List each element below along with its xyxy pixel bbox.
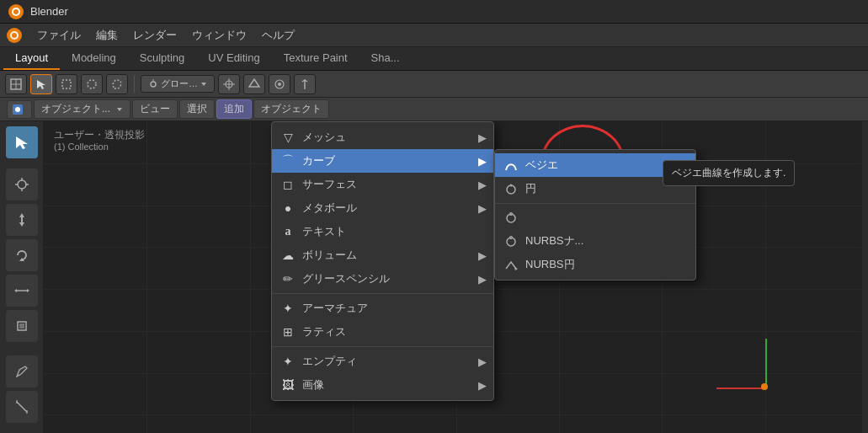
select-menu[interactable]: 選択 (179, 99, 215, 119)
context-overlay: ▽ メッシュ ▶ ⌒ カーブ ▶ ◻ サーフェス ▶ ● メタボール ▶ (44, 121, 868, 433)
svg-marker-18 (249, 79, 259, 87)
add-menu-item-mesh[interactable]: ▽ メッシュ ▶ (272, 126, 493, 149)
extra-btn[interactable] (294, 74, 316, 94)
svg-marker-47 (514, 267, 518, 270)
curve-circle-item[interactable]: 円 (495, 177, 695, 200)
toolbar-separator-1 (134, 76, 135, 93)
titlebar-text: Blender (30, 5, 68, 18)
curve-bezier-item[interactable]: ベジエ (495, 153, 695, 177)
svg-point-23 (15, 107, 20, 112)
add-menu-item-text[interactable]: a テキスト (272, 220, 493, 243)
svg-point-42 (510, 184, 513, 186)
volume-icon: ☁ (280, 249, 296, 262)
add-menu-item-greasepencil[interactable]: ✏ グリースペンシル ▶ (272, 267, 493, 291)
cursor-icon[interactable] (6, 168, 38, 200)
path-icon (503, 258, 519, 272)
mode-dropdown[interactable]: オブジェクト... (34, 99, 130, 119)
tab-sculpting[interactable]: Sculpting (128, 47, 196, 70)
add-menu-item-image[interactable]: 🖼 画像 ▶ (272, 373, 493, 397)
curve-submenu[interactable]: ベジエ 円 (494, 149, 696, 281)
circle-icon (503, 181, 519, 195)
right-sidebar-handle (861, 121, 868, 433)
tab-texture-paint[interactable]: Texture Paint (272, 47, 359, 70)
toolbar-row: グロー… (0, 71, 868, 98)
menu-edit[interactable]: 編集 (89, 25, 125, 45)
svg-rect-37 (19, 323, 24, 329)
arrow-icon-8: ▶ (478, 379, 487, 392)
viewport-icon-btn[interactable] (5, 74, 27, 94)
menu-separator-1 (272, 293, 493, 294)
svg-point-5 (12, 33, 17, 38)
armature-icon: ✦ (280, 302, 296, 315)
arrow-icon: ▶ (478, 131, 487, 144)
svg-point-46 (510, 236, 513, 238)
tab-layout[interactable]: Layout (3, 47, 60, 70)
svg-marker-35 (27, 289, 29, 292)
add-menu-item-surface[interactable]: ◻ サーフェス ▶ (272, 173, 493, 196)
curve-separator (495, 203, 695, 204)
svg-marker-14 (201, 83, 206, 86)
arrow-icon-4: ▶ (478, 202, 487, 215)
bezier-icon (503, 158, 519, 172)
svg-marker-31 (19, 213, 24, 227)
add-menu-item-metaball[interactable]: ● メタボール ▶ (272, 196, 493, 220)
lattice-icon: ⊞ (280, 325, 296, 339)
select-tool-btn[interactable] (30, 74, 52, 94)
annotate-icon[interactable] (6, 355, 38, 388)
svg-point-2 (13, 9, 19, 14)
blender-icon[interactable] (5, 26, 24, 45)
titlebar: Blender (0, 0, 868, 24)
move-icon[interactable] (6, 204, 38, 236)
left-sidebar (0, 121, 44, 433)
workspace-tabs: Layout Modeling Sculpting UV Editing Tex… (0, 47, 868, 71)
text-icon: a (280, 225, 296, 238)
proportional-btn[interactable] (269, 74, 290, 94)
snap-btn[interactable] (243, 74, 265, 94)
menu-window[interactable]: ウィンドウ (185, 25, 253, 45)
origin-dot (761, 383, 768, 390)
add-menu-item-lattice[interactable]: ⊞ ラティス (272, 320, 493, 344)
menu-help[interactable]: ヘルプ (255, 25, 301, 45)
nurbs-circle-icon (503, 234, 519, 249)
grid-v3 (146, 121, 147, 433)
add-menu-item-armature[interactable]: ✦ アーマチュア (272, 297, 493, 320)
add-menu-btn[interactable]: 追加 (216, 99, 252, 119)
scale-icon[interactable] (6, 275, 38, 307)
arrow-icon-7: ▶ (478, 355, 487, 368)
curve-nurbs-circle-item[interactable]: NURBSナ... (495, 229, 695, 253)
lasso-select-btn[interactable] (106, 74, 128, 94)
axis-x-line (716, 388, 767, 389)
circle-select-btn[interactable] (81, 74, 103, 94)
tab-modeling[interactable]: Modeling (60, 47, 128, 70)
add-menu-item-volume[interactable]: ☁ ボリューム ▶ (272, 243, 493, 267)
svg-point-20 (278, 83, 281, 86)
object-menu[interactable]: オブジェクト (253, 99, 329, 119)
menu-render[interactable]: レンダー (126, 25, 184, 45)
select-mode-icon[interactable] (6, 126, 38, 158)
measure-icon[interactable] (6, 391, 38, 423)
svg-line-38 (17, 402, 27, 412)
menubar: ファイル 編集 レンダー ウィンドウ ヘルプ (0, 24, 868, 47)
pivot-dropdown[interactable]: グロー… (141, 75, 215, 93)
transform-btn[interactable] (218, 74, 240, 94)
mode-icon-btn[interactable] (7, 100, 32, 119)
curve-path-item[interactable]: NURBS円 (495, 253, 695, 276)
axis-y-line (765, 339, 767, 389)
tab-shading[interactable]: Sha... (359, 47, 412, 70)
transform-icon[interactable] (6, 310, 38, 342)
tab-uv-editing[interactable]: UV Editing (196, 47, 271, 70)
arrow-icon-6: ▶ (478, 273, 487, 286)
add-menu[interactable]: ▽ メッシュ ▶ ⌒ カーブ ▶ ◻ サーフェス ▶ ● メタボール ▶ (271, 121, 494, 401)
box-select-btn[interactable] (56, 74, 77, 94)
nurbs-icon (503, 211, 519, 225)
surface-icon: ◻ (280, 178, 296, 191)
add-menu-item-curve[interactable]: ⌒ カーブ ▶ (272, 149, 493, 173)
add-menu-item-empty[interactable]: ✦ エンプティ ▶ (272, 350, 493, 373)
empty-icon: ✦ (280, 355, 296, 368)
curve-nurbs-item[interactable] (495, 206, 695, 229)
rotate-icon[interactable] (6, 239, 38, 271)
menu-file[interactable]: ファイル (30, 25, 88, 45)
viewport[interactable]: ユーザー・透視投影 (1) Collection ▽ メッシュ ▶ ⌒ カーブ … (44, 121, 868, 433)
metaball-icon: ● (280, 201, 296, 215)
view-menu[interactable]: ビュー (132, 99, 178, 119)
